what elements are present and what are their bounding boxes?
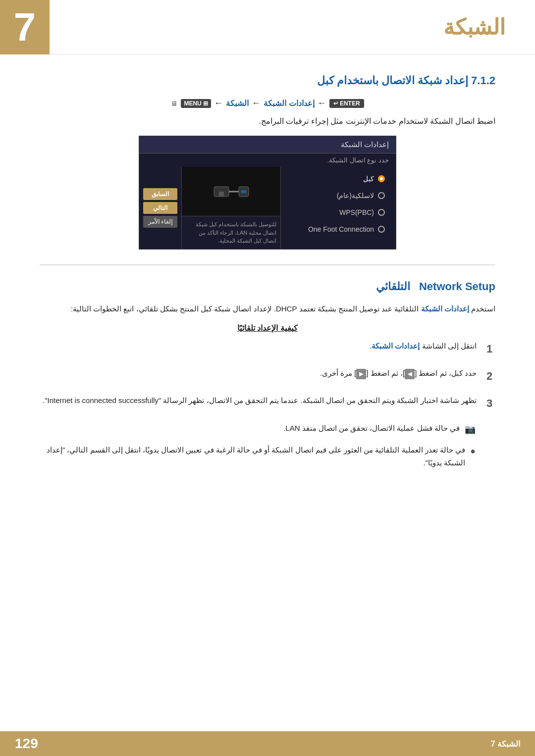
network-dialog: إعدادات الشبكة حدد نوع اتصال الشبكة. كبل… <box>139 136 396 250</box>
menu-item-network: الشبكة <box>226 99 249 108</box>
bullet-list: 📷 في حالة فشل عملية الاتصال، تحقق من اتص… <box>40 422 495 469</box>
arrow2: ← <box>252 98 261 108</box>
step-3: 3 تظهر شاشة اختبار الشبكة ويتم التحقق من… <box>40 394 495 412</box>
subsection-title: كيفية الإعداد تلقائيًا <box>40 323 495 333</box>
hint-body: للتوصيل بالشبكة باستخدام كبل شبكة اتصال … <box>186 220 276 245</box>
menu-path: ENTER ↵ ← إعدادات الشبكة ← الشبكة ← ⊞ ME… <box>40 98 495 108</box>
dialog-title: إعدادات الشبكة <box>139 136 396 153</box>
radio-onefoot <box>378 226 385 233</box>
remote-icon: 🖥 <box>171 100 178 107</box>
chapter-title: الشبكة <box>0 14 525 40</box>
menu-icon: ⊞ MENU <box>181 99 211 108</box>
network-setup-title: Network Setup التلقائي <box>40 280 495 293</box>
enter-icon: ENTER ↵ <box>329 99 364 108</box>
chapter-header: 7 الشبكة <box>0 0 535 54</box>
option-wps-label: WPS(PBC) <box>339 208 374 216</box>
svg-rect-1 <box>219 192 224 197</box>
step-1: 1 انتقل إلى الشاشة إعدادات الشبكة. <box>40 340 495 358</box>
option-onefoot[interactable]: One Foot Connection <box>288 222 389 236</box>
chapter-number: 7 <box>14 7 36 47</box>
next-button[interactable]: التالي <box>143 202 177 214</box>
dialog-body: كبل لاسلكية(عام) WPS(PBC) One Foot Conne… <box>139 167 396 249</box>
dialog-container: إعدادات الشبكة حدد نوع اتصال الشبكة. كبل… <box>40 136 495 250</box>
main-content: 7.1.2 إعداد شبكة الاتصال باستخدام كبل EN… <box>0 54 535 496</box>
step-2: 2 حدد كبل، ثم اضغط [◀]، ثم اضغط [▶] مرة … <box>40 367 495 385</box>
bullet-icon: ● <box>470 444 476 459</box>
option-wireless[interactable]: لاسلكية(عام) <box>288 189 389 202</box>
chapter-tab: 7 <box>0 0 50 54</box>
bullet-2-text: في حالة تعذر العملية التلقائية من العثور… <box>40 444 465 469</box>
lan-cable-illustration <box>212 177 251 206</box>
svg-rect-4 <box>241 190 246 193</box>
option-onefoot-label: One Foot Connection <box>308 225 374 233</box>
menu-item-network-settings: إعدادات الشبكة <box>264 99 314 108</box>
option-wireless-label: لاسلكية(عام) <box>337 192 374 200</box>
footer: الشبكة 7 129 <box>0 731 535 756</box>
section-heading-712: 7.1.2 إعداد شبكة الاتصال باستخدام كبل <box>40 74 495 87</box>
description-text: اضبط اتصال الشبكة لاستخدام خدمات الإنترن… <box>40 116 495 126</box>
radio-wps <box>378 209 385 216</box>
camera-icon: 📷 <box>465 422 476 437</box>
arrow3: ← <box>318 98 326 108</box>
option-cable-label: كبل <box>363 175 374 183</box>
arrow1: ← <box>214 98 223 108</box>
network-setup-title-ar: التلقائي <box>376 280 410 293</box>
bullet-2: ● في حالة تعذر العملية التلقائية من العث… <box>40 444 485 469</box>
footer-chapter: الشبكة 7 <box>491 739 520 749</box>
step-3-text: تظهر شاشة اختبار الشبكة ويتم التحقق من ا… <box>40 394 477 407</box>
dialog-hint: للتوصيل بالشبكة باستخدام كبل شبكة اتصال … <box>182 216 280 249</box>
prev-button[interactable]: السابق <box>143 188 177 200</box>
dialog-image-area <box>182 167 280 216</box>
dialog-right-panel: للتوصيل بالشبكة باستخدام كبل شبكة اتصال … <box>182 167 281 249</box>
radio-wireless <box>378 192 385 199</box>
dialog-buttons: السابق التالي إلغاء الأمر <box>139 167 182 249</box>
network-setup-intro: استخدم إعدادات الشبكة التلقائية عند توصي… <box>40 302 495 315</box>
bullet-1: 📷 في حالة فشل عملية الاتصال، تحقق من اتص… <box>40 422 485 437</box>
dialog-options: كبل لاسلكية(عام) WPS(PBC) One Foot Conne… <box>281 167 396 249</box>
network-setup-title-en: Network Setup <box>419 280 495 293</box>
option-wps[interactable]: WPS(PBC) <box>288 205 389 219</box>
option-cable[interactable]: كبل <box>288 172 389 186</box>
divider <box>40 264 495 265</box>
radio-cable <box>378 175 385 182</box>
dialog-subtitle: حدد نوع اتصال الشبكة. <box>139 153 396 167</box>
footer-page-number: 129 <box>15 736 38 752</box>
steps-list: 1 انتقل إلى الشاشة إعدادات الشبكة. 2 حدد… <box>40 340 495 413</box>
bullet-1-text: في حالة فشل عملية الاتصال، تحقق من اتصال… <box>283 422 460 435</box>
cancel-button[interactable]: إلغاء الأمر <box>143 216 177 228</box>
